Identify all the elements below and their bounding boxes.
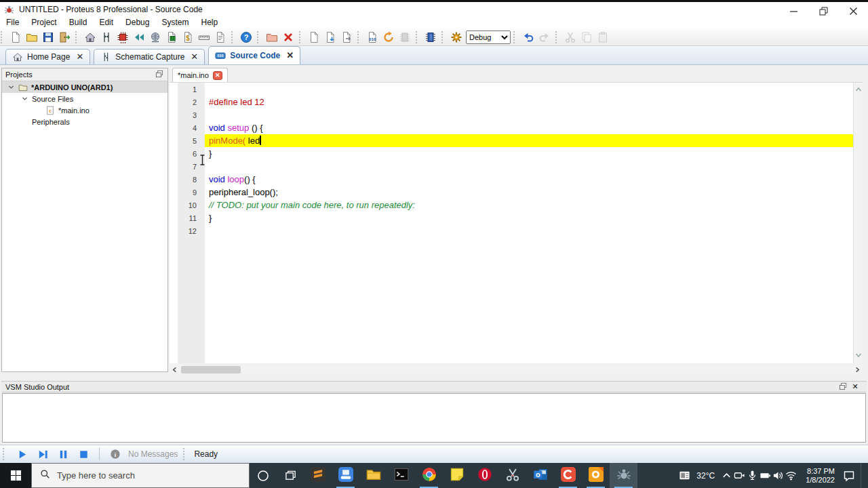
menu-item-edit[interactable]: Edit bbox=[93, 17, 119, 28]
speaker-icon[interactable] bbox=[772, 470, 784, 481]
export-source-file-button[interactable] bbox=[338, 30, 355, 45]
design-notes-button[interactable] bbox=[212, 30, 229, 45]
code-text: #define led 12 bbox=[205, 97, 264, 107]
debug-chip-button[interactable] bbox=[422, 30, 439, 45]
open-project-button[interactable] bbox=[24, 30, 40, 45]
toolbar-group: Debug bbox=[441, 29, 513, 45]
text-caret bbox=[260, 136, 261, 145]
code-line: 11} bbox=[170, 211, 853, 224]
float-panel-icon[interactable] bbox=[838, 382, 848, 392]
code-editor[interactable]: 12#define led 1234void setup () {5pinMod… bbox=[170, 83, 853, 363]
close-button[interactable] bbox=[838, 4, 868, 18]
float-panel-icon[interactable] bbox=[155, 69, 164, 80]
scroll-left-icon[interactable] bbox=[170, 366, 180, 373]
design-explorer-button[interactable] bbox=[163, 30, 180, 45]
taskbar-app-proteus[interactable] bbox=[610, 463, 637, 488]
save-project-button[interactable] bbox=[40, 30, 56, 45]
tree-item-peripherals[interactable]: Peripherals bbox=[2, 116, 167, 127]
home-page-button[interactable] bbox=[82, 30, 98, 45]
taskbar-app-sublime-text[interactable] bbox=[304, 463, 332, 488]
minimize-button[interactable] bbox=[778, 4, 808, 18]
status-bar: i No Messages Ready bbox=[0, 445, 868, 463]
tree-item-source-files[interactable]: Source Files bbox=[2, 93, 167, 104]
menu-item-file[interactable]: File bbox=[0, 17, 25, 28]
menu-item-system[interactable]: System bbox=[155, 17, 195, 28]
settings-gear-button[interactable] bbox=[448, 30, 465, 45]
undo-button[interactable] bbox=[520, 30, 536, 45]
tree-item--main-ino[interactable]: c*main.ino bbox=[2, 104, 167, 116]
taskbar-app-snipping-tool[interactable] bbox=[498, 463, 526, 488]
editor-tab-main-ino[interactable]: *main.ino ✕ bbox=[172, 68, 228, 82]
taskbar-app-chrome[interactable] bbox=[415, 463, 443, 488]
menu-item-help[interactable]: Help bbox=[195, 17, 224, 28]
taskbar-app-gom-player[interactable] bbox=[582, 463, 610, 488]
battery-icon[interactable] bbox=[760, 470, 771, 481]
start-button[interactable] bbox=[0, 463, 31, 488]
new-project-button[interactable] bbox=[7, 30, 24, 45]
taskbar-app-outlook[interactable]: o bbox=[526, 463, 554, 488]
taskbar-clock[interactable]: 8:37 PM 1/8/2022 bbox=[803, 467, 837, 485]
tab-close-icon[interactable]: ✕ bbox=[76, 54, 83, 60]
pcb-layout-button[interactable] bbox=[115, 30, 131, 45]
tab-home-page[interactable]: Home Page✕ bbox=[5, 49, 90, 64]
cortana-icon[interactable] bbox=[250, 463, 277, 488]
import-project-button[interactable] bbox=[56, 30, 73, 45]
debug-config-select[interactable]: Debug bbox=[466, 30, 511, 44]
taskbar-app-sticky-notes[interactable] bbox=[443, 463, 471, 488]
pause-button[interactable] bbox=[53, 447, 73, 462]
temperature-label[interactable]: 32°C bbox=[696, 471, 715, 481]
step-button[interactable] bbox=[33, 447, 53, 462]
menu-item-build[interactable]: Build bbox=[63, 17, 94, 28]
horizontal-scroll-thumb[interactable] bbox=[181, 366, 241, 373]
tab-close-icon[interactable]: ✕ bbox=[191, 54, 198, 60]
chevron-up-icon[interactable] bbox=[721, 470, 732, 481]
close-source-file-button[interactable] bbox=[280, 30, 296, 45]
show-desktop-button[interactable] bbox=[861, 463, 864, 488]
taskbar-app-file-explorer[interactable] bbox=[359, 463, 387, 488]
build-project-button[interactable]: 010 bbox=[364, 30, 380, 45]
editor-vertical-scrollbar[interactable] bbox=[853, 83, 863, 363]
task-view-icon[interactable] bbox=[277, 463, 304, 488]
rebuild-project-button[interactable] bbox=[380, 30, 397, 45]
opera-icon bbox=[477, 467, 492, 485]
back-annotate-button[interactable] bbox=[131, 30, 147, 45]
news-widget-icon[interactable] bbox=[679, 470, 690, 481]
outlook-icon: o bbox=[533, 467, 548, 485]
scroll-up-icon[interactable] bbox=[854, 84, 863, 96]
tab-source-code[interactable]: 010Source Code✕ bbox=[208, 46, 300, 64]
close-panel-icon[interactable]: ✕ bbox=[848, 382, 863, 391]
scroll-down-icon[interactable] bbox=[854, 350, 863, 362]
toolbar-group bbox=[415, 29, 441, 45]
open-source-file-button[interactable] bbox=[264, 30, 280, 45]
measurement-button[interactable] bbox=[196, 30, 212, 45]
tab-schematic-capture[interactable]: Schematic Capture✕ bbox=[94, 49, 205, 64]
editor-horizontal-scrollbar[interactable] bbox=[170, 365, 863, 375]
3d-visualizer-button[interactable] bbox=[147, 30, 163, 45]
output-panel-header: VSM Studio Output ✕ bbox=[1, 381, 867, 392]
chevron-down-icon[interactable] bbox=[21, 95, 29, 102]
taskbar-app-opera[interactable] bbox=[471, 463, 498, 488]
menu-item-debug[interactable]: Debug bbox=[119, 17, 155, 28]
screen-recorder-icon[interactable] bbox=[734, 470, 745, 481]
help-button[interactable]: ? bbox=[238, 30, 254, 45]
bill-of-materials-button[interactable]: $ bbox=[180, 30, 196, 45]
taskbar-search-input[interactable]: Type here to search bbox=[31, 463, 250, 488]
stop-button[interactable] bbox=[73, 447, 94, 462]
import-source-file-button[interactable] bbox=[322, 30, 338, 45]
new-source-file-button[interactable] bbox=[306, 30, 322, 45]
taskbar-app-command-prompt[interactable] bbox=[387, 463, 415, 488]
editor-tab-close-icon[interactable]: ✕ bbox=[213, 71, 222, 80]
schematic-capture-button[interactable] bbox=[98, 30, 115, 45]
taskbar-app-ev-capture[interactable] bbox=[332, 463, 359, 488]
wifi-icon[interactable] bbox=[785, 470, 797, 481]
scroll-right-icon[interactable] bbox=[852, 366, 863, 373]
action-center-icon[interactable] bbox=[843, 470, 855, 482]
restore-button[interactable] bbox=[808, 4, 838, 18]
menu-item-project[interactable]: Project bbox=[25, 17, 62, 28]
play-button[interactable] bbox=[12, 447, 33, 462]
tab-close-icon[interactable]: ✕ bbox=[286, 52, 294, 59]
chevron-down-icon[interactable] bbox=[7, 83, 16, 91]
microphone-icon[interactable] bbox=[747, 470, 758, 481]
tree-item--arduino-uno-ard1-[interactable]: *ARDUINO UNO(ARD1) bbox=[2, 81, 167, 93]
taskbar-app-camtasia[interactable] bbox=[554, 463, 582, 488]
